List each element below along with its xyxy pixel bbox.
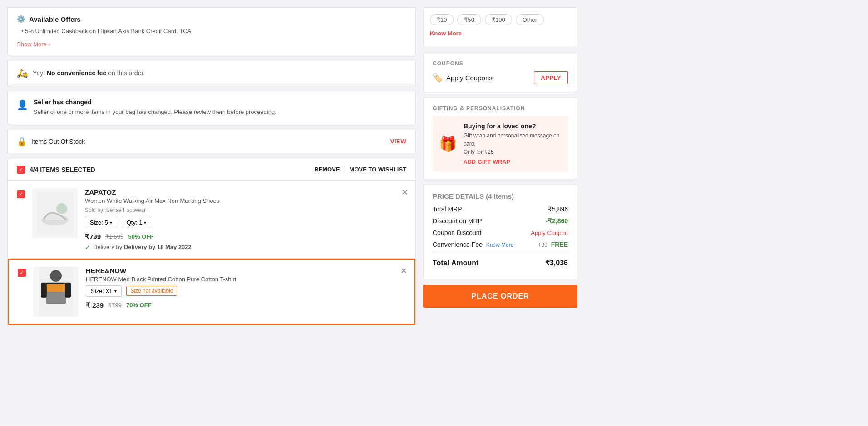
- coupon-tag-icon: 🏷️: [433, 73, 443, 83]
- size-label-zapatoz: Size: 5: [90, 219, 108, 226]
- qty-selector-zapatoz[interactable]: Qty: 1 ▾: [122, 217, 152, 228]
- gifting-header: GIFTING & PERSONALISATION: [433, 105, 568, 112]
- out-of-stock-card: 🔒 Items Out Of Stock VIEW: [7, 129, 416, 154]
- brand-herenow: HERE&NOW: [86, 267, 405, 274]
- coupons-header: COUPONS: [433, 60, 568, 67]
- chip-other[interactable]: Other: [516, 14, 544, 25]
- remove-zapatoz-button[interactable]: ✕: [401, 187, 408, 197]
- original-price-zapatoz: ₹1,599: [105, 233, 124, 240]
- on-order-text: on this order.: [106, 69, 145, 77]
- items-bar: ✓ 4/4 ITEMS SELECTED REMOVE MOVE TO WISH…: [8, 159, 415, 181]
- coupon-discount-row: Coupon Discount Apply Coupon: [433, 229, 568, 236]
- svg-point-2: [56, 203, 67, 214]
- product-checkbox-zapatoz[interactable]: ✓: [17, 190, 25, 198]
- price-details-header: PRICE DETAILS (4 Items): [433, 192, 568, 200]
- yay-text: Yay!: [33, 69, 47, 77]
- svg-rect-8: [41, 282, 47, 297]
- sold-by-zapatoz: Sold by: Sense Footwear: [85, 207, 406, 213]
- apply-coupons-button[interactable]: APPLY: [534, 71, 568, 84]
- chevron-down-icon: ▾: [48, 42, 50, 47]
- view-button[interactable]: VIEW: [390, 138, 406, 145]
- discount-zapatoz: 50% OFF: [128, 233, 154, 240]
- desc-zapatoz: Women White Walking Air Max Non-Marking …: [85, 197, 406, 204]
- items-count-label: 4/4 ITEMS SELECTED: [30, 166, 310, 173]
- seller-changed-sub: Seller of one or more items in your bag …: [34, 108, 276, 117]
- conv-original-price: ₹99: [538, 242, 547, 248]
- remove-herenow-button[interactable]: ✕: [400, 266, 407, 276]
- apply-coupon-link[interactable]: Apply Coupon: [531, 230, 568, 236]
- show-more-button[interactable]: Show More ▾: [17, 41, 50, 48]
- size-label-herenow: Size: XL: [91, 288, 113, 294]
- convenience-fee-label: Convenience Fee Know More: [433, 241, 513, 248]
- gift-sub: Gift wrap and personalised message on ca…: [464, 132, 562, 156]
- place-order-button[interactable]: PLACE ORDER: [423, 285, 577, 308]
- discount-mrp-value: -₹2,860: [546, 217, 568, 225]
- no-fee-text: No convenience fee: [47, 69, 107, 77]
- product-checkbox-herenow[interactable]: ✓: [18, 269, 26, 277]
- gift-title: Buying for a loved one?: [464, 122, 562, 130]
- offers-icon: ⚙️: [17, 15, 25, 23]
- items-section: ✓ 4/4 ITEMS SELECTED REMOVE MOVE TO WISH…: [7, 159, 416, 325]
- show-more-label: Show More: [17, 41, 47, 48]
- convenience-fee-value: ₹99 FREE: [538, 241, 568, 248]
- svg-rect-6: [46, 284, 66, 292]
- remove-all-button[interactable]: REMOVE: [314, 166, 340, 173]
- chip-100[interactable]: ₹100: [485, 14, 512, 25]
- bar-divider: [345, 166, 345, 173]
- convenience-know-more-link[interactable]: Know More: [486, 242, 514, 248]
- total-mrp-value: ₹5,896: [548, 206, 568, 213]
- select-all-checkbox[interactable]: ✓: [17, 166, 25, 174]
- convenience-card: 🛵 Yay! No convenience fee on this order.: [7, 60, 416, 86]
- move-to-wishlist-button[interactable]: MOVE TO WISHLIST: [350, 166, 406, 173]
- discount-herenow: 70% OFF: [126, 302, 152, 308]
- delivery-zapatoz: Delivery by Delivery by 18 May 2022: [93, 244, 192, 250]
- coupon-discount-label: Coupon Discount: [433, 229, 481, 236]
- product-card-herenow: ✓ HERE&NO: [8, 259, 415, 325]
- discount-mrp-label: Discount on MRP: [433, 217, 482, 225]
- delivery-check-icon: ✓: [85, 244, 90, 251]
- size-selector-zapatoz[interactable]: Size: 5 ▾: [85, 217, 117, 228]
- svg-rect-9: [65, 282, 71, 297]
- brand-zapatoz: ZAPATOZ: [85, 188, 406, 196]
- out-of-stock-label: Items Out Of Stock: [31, 138, 85, 145]
- offers-title: ⚙️ Available Offers: [17, 15, 406, 23]
- conv-free-label: FREE: [551, 241, 568, 248]
- gift-box: 🎁 Buying for a loved one? Gift wrap and …: [433, 116, 568, 171]
- price-details-card: PRICE DETAILS (4 Items) Total MRP ₹5,896…: [423, 185, 577, 279]
- convenience-fee-row: Convenience Fee Know More ₹99 FREE: [433, 241, 568, 248]
- svg-rect-7: [46, 292, 66, 304]
- qty-label-zapatoz: Qty: 1: [127, 219, 143, 226]
- seller-icon: 👤: [17, 99, 28, 110]
- desc-herenow: HERENOW Men Black Printed Cotton Pure Co…: [86, 276, 405, 283]
- seller-changed-card: 👤 Seller has changed Seller of one or mo…: [7, 91, 416, 124]
- gifting-card: GIFTING & PERSONALISATION 🎁 Buying for a…: [423, 98, 577, 179]
- total-amount-row: Total Amount ₹3,036: [433, 253, 568, 267]
- offer-item: 5% Unlimited Cashback on Flipkart Axis B…: [17, 28, 406, 34]
- gift-icon: 🎁: [439, 135, 457, 152]
- chip-10[interactable]: ₹10: [430, 14, 454, 25]
- qty-arrow-icon: ▾: [144, 220, 146, 225]
- know-more-link[interactable]: Know More: [430, 30, 571, 37]
- total-amount-label: Total Amount: [433, 259, 478, 267]
- lock-icon: 🔒: [17, 137, 27, 147]
- size-not-available-badge: Size not available: [126, 286, 177, 296]
- coupons-card: COUPONS 🏷️ Apply Coupons APPLY: [423, 53, 577, 92]
- offers-heading: Available Offers: [29, 15, 81, 23]
- original-price-herenow: ₹799: [108, 302, 122, 308]
- total-mrp-row: Total MRP ₹5,896: [433, 206, 568, 213]
- amount-chips: ₹10 ₹50 ₹100 Other: [430, 14, 571, 25]
- available-offers-card: ⚙️ Available Offers 5% Unlimited Cashbac…: [7, 7, 416, 55]
- price-zapatoz: ₹799: [85, 233, 101, 241]
- discount-mrp-row: Discount on MRP -₹2,860: [433, 217, 568, 225]
- size-arrow-icon-herenow: ▾: [114, 289, 117, 294]
- seller-changed-title: Seller has changed: [34, 98, 276, 106]
- chip-50[interactable]: ₹50: [457, 14, 481, 25]
- add-gift-wrap-button[interactable]: ADD GIFT WRAP: [464, 159, 562, 165]
- product-image-herenow: [33, 267, 79, 317]
- delivery-icon: 🛵: [17, 68, 28, 78]
- svg-point-4: [50, 270, 62, 282]
- offer-text: 5% Unlimited Cashback on Flipkart Axis B…: [25, 28, 191, 34]
- price-herenow: ₹ 239: [86, 301, 104, 309]
- size-selector-herenow[interactable]: Size: XL ▾: [86, 285, 122, 297]
- total-amount-value: ₹3,036: [545, 259, 568, 267]
